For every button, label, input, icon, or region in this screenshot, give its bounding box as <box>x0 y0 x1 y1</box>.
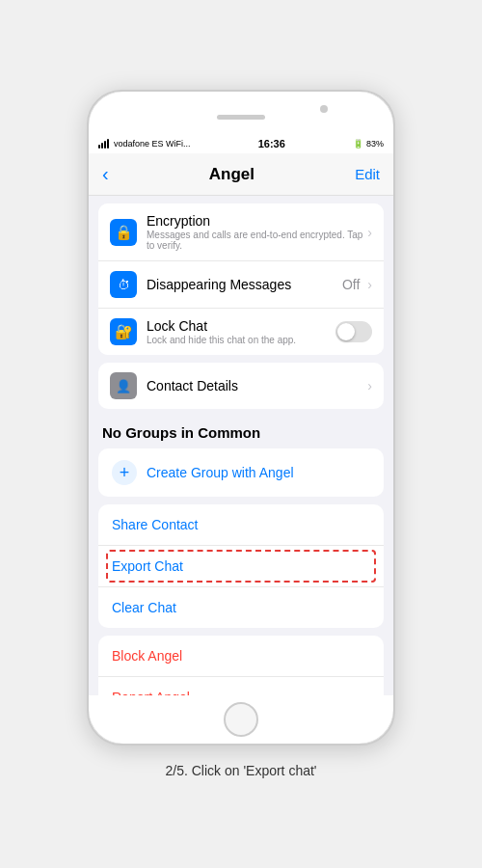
status-right: 🔋 83% <box>353 139 384 149</box>
signal-bar-1 <box>98 145 100 149</box>
disappearing-icon: ⏱ <box>110 271 137 298</box>
contact-details-title: Contact Details <box>147 378 363 393</box>
export-chat-row[interactable]: Export Chat <box>98 546 384 587</box>
status-left: vodafone ES WiFi... <box>98 139 191 149</box>
encryption-subtitle: Messages and calls are end-to-end encryp… <box>147 230 363 251</box>
phone-bottom-bezel <box>89 695 393 744</box>
report-angel-row[interactable]: Report Angel <box>98 677 384 695</box>
danger-group: Block Angel Report Angel <box>98 636 384 695</box>
time-label: 16:36 <box>258 138 285 149</box>
home-button[interactable] <box>224 702 258 737</box>
encryption-title: Encryption <box>147 213 363 229</box>
lock-chat-text: Lock Chat Lock and hide this chat on the… <box>147 318 332 345</box>
contact-details-row[interactable]: 👤 Contact Details › <box>98 363 384 409</box>
signal-bar-2 <box>101 143 103 149</box>
clear-chat-row[interactable]: Clear Chat <box>98 587 384 628</box>
phone-shell: vodafone ES WiFi... 16:36 🔋 83% ‹ Angel … <box>87 90 395 746</box>
contact-details-icon: 👤 <box>110 372 137 399</box>
nav-edit-button[interactable]: Edit <box>355 166 380 182</box>
disappearing-text: Disappearing Messages <box>147 277 342 292</box>
encryption-icon: 🔒 <box>110 219 137 246</box>
battery-label: 83% <box>366 139 384 149</box>
disappearing-messages-row[interactable]: ⏱ Disappearing Messages Off › <box>98 261 384 309</box>
contact-details-text: Contact Details <box>147 378 363 393</box>
export-chat-label: Export Chat <box>112 558 183 574</box>
lock-chat-subtitle: Lock and hide this chat on the app. <box>147 335 332 345</box>
lock-chat-row[interactable]: 🔐 Lock Chat Lock and hide this chat on t… <box>98 309 384 355</box>
lock-chat-icon: 🔐 <box>110 318 137 345</box>
page-wrapper: vodafone ES WiFi... 16:36 🔋 83% ‹ Angel … <box>0 0 482 868</box>
lock-chat-toggle[interactable] <box>335 321 372 342</box>
share-contact-row[interactable]: Share Contact <box>98 504 384 546</box>
disappearing-chevron: › <box>367 277 372 292</box>
status-bar: vodafone ES WiFi... 16:36 🔋 83% <box>89 134 393 153</box>
phone-speaker <box>217 115 265 120</box>
disappearing-title: Disappearing Messages <box>147 277 342 292</box>
disappearing-value: Off <box>342 277 360 292</box>
caption: 2/5. Click on 'Export chat' <box>165 763 316 778</box>
plus-icon: + <box>112 460 137 485</box>
toggle-knob <box>337 323 355 340</box>
action-group: Share Contact Export Chat Clear Chat <box>98 504 384 628</box>
signal-bars <box>98 139 109 149</box>
screen-content: 🔒 Encryption Messages and calls are end-… <box>89 196 393 695</box>
signal-bar-4 <box>107 139 109 149</box>
nav-back-button[interactable]: ‹ <box>102 163 109 185</box>
signal-bar-3 <box>104 141 106 149</box>
no-groups-heading: No Groups in Common <box>89 417 393 445</box>
create-group-button[interactable]: + Create Group with Angel <box>98 448 384 497</box>
block-angel-row[interactable]: Block Angel <box>98 636 384 677</box>
contact-details-chevron: › <box>367 378 372 393</box>
lock-chat-title: Lock Chat <box>147 318 332 334</box>
security-settings-group: 🔒 Encryption Messages and calls are end-… <box>98 203 384 355</box>
nav-title: Angel <box>209 165 254 184</box>
battery-icon: 🔋 <box>353 139 363 149</box>
encryption-chevron: › <box>367 225 372 240</box>
create-group-label: Create Group with Angel <box>147 465 294 480</box>
contact-details-group: 👤 Contact Details › <box>98 363 384 409</box>
carrier-label: vodafone ES WiFi... <box>114 139 191 149</box>
nav-bar: ‹ Angel Edit <box>89 153 393 196</box>
encryption-text: Encryption Messages and calls are end-to… <box>147 213 363 251</box>
encryption-row[interactable]: 🔒 Encryption Messages and calls are end-… <box>98 203 384 261</box>
phone-top-bezel <box>89 92 393 134</box>
phone-camera <box>320 105 328 113</box>
